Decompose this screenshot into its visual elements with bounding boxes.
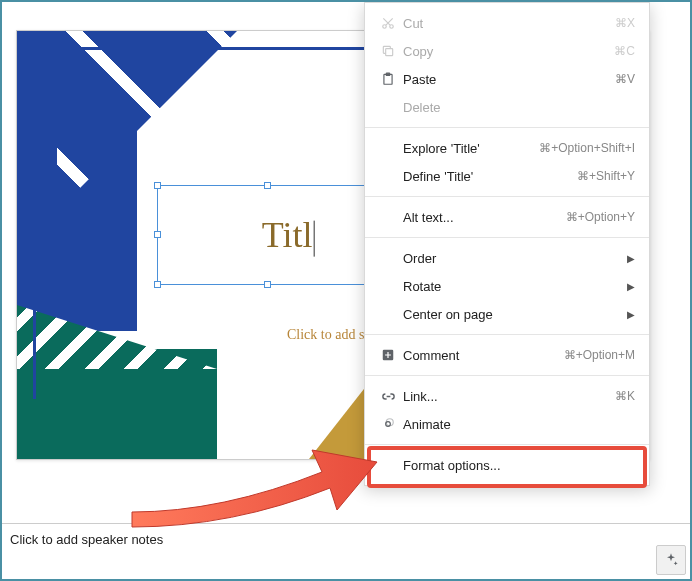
menu-label: Copy: [399, 44, 614, 59]
menu-cut: Cut ⌘X: [365, 9, 649, 37]
menu-shortcut: ⌘K: [615, 389, 635, 403]
resize-handle[interactable]: [264, 281, 271, 288]
menu-divider: [365, 196, 649, 197]
menu-divider: [365, 127, 649, 128]
menu-copy: Copy ⌘C: [365, 37, 649, 65]
explore-button[interactable]: [656, 545, 686, 575]
submenu-arrow-icon: ▶: [627, 281, 635, 292]
menu-shortcut: ⌘+Shift+Y: [577, 169, 635, 183]
subtitle-placeholder[interactable]: Click to add s: [287, 327, 364, 343]
resize-handle[interactable]: [264, 182, 271, 189]
menu-shortcut: ⌘C: [614, 44, 635, 58]
menu-label: Delete: [399, 100, 635, 115]
menu-label: Animate: [399, 417, 635, 432]
menu-divider: [365, 237, 649, 238]
menu-define[interactable]: Define 'Title' ⌘+Shift+Y: [365, 162, 649, 190]
menu-label: Comment: [399, 348, 564, 363]
svg-point-1: [390, 25, 394, 29]
menu-divider: [365, 444, 649, 445]
link-icon: [377, 389, 399, 404]
title-text[interactable]: Titl: [262, 214, 315, 257]
menu-center[interactable]: Center on page ▶: [365, 300, 649, 328]
svg-rect-4: [386, 73, 390, 75]
menu-divider: [365, 375, 649, 376]
menu-label: Order: [399, 251, 627, 266]
menu-label: Define 'Title': [399, 169, 577, 184]
menu-format-options[interactable]: Format options...: [365, 451, 649, 479]
menu-shortcut: ⌘+Option+M: [564, 348, 635, 362]
context-menu: Cut ⌘X Copy ⌘C Paste ⌘V Delete Explore '…: [364, 2, 650, 486]
menu-shortcut: ⌘X: [615, 16, 635, 30]
menu-shortcut: ⌘+Option+Y: [566, 210, 635, 224]
menu-label: Format options...: [399, 458, 635, 473]
copy-icon: [377, 44, 399, 58]
svg-point-0: [383, 25, 387, 29]
resize-handle[interactable]: [154, 182, 161, 189]
menu-explore[interactable]: Explore 'Title' ⌘+Option+Shift+I: [365, 134, 649, 162]
menu-label: Alt text...: [399, 210, 566, 225]
menu-paste[interactable]: Paste ⌘V: [365, 65, 649, 93]
menu-label: Explore 'Title': [399, 141, 539, 156]
menu-alttext[interactable]: Alt text... ⌘+Option+Y: [365, 203, 649, 231]
menu-link[interactable]: Link... ⌘K: [365, 382, 649, 410]
svg-rect-2: [386, 49, 393, 56]
title-text-box[interactable]: Titl: [157, 185, 379, 285]
comment-icon: [377, 348, 399, 362]
menu-label: Center on page: [399, 307, 627, 322]
submenu-arrow-icon: ▶: [627, 253, 635, 264]
menu-label: Link...: [399, 389, 615, 404]
menu-shortcut: ⌘V: [615, 72, 635, 86]
menu-comment[interactable]: Comment ⌘+Option+M: [365, 341, 649, 369]
resize-handle[interactable]: [154, 231, 161, 238]
menu-rotate[interactable]: Rotate ▶: [365, 272, 649, 300]
menu-label: Paste: [399, 72, 615, 87]
menu-order[interactable]: Order ▶: [365, 244, 649, 272]
menu-delete: Delete: [365, 93, 649, 121]
notes-placeholder: Click to add speaker notes: [10, 532, 163, 547]
menu-label: Cut: [399, 16, 615, 31]
annotation-arrow: [122, 422, 382, 532]
menu-divider: [365, 334, 649, 335]
submenu-arrow-icon: ▶: [627, 309, 635, 320]
cut-icon: [377, 16, 399, 30]
explore-icon: [663, 552, 679, 568]
menu-shortcut: ⌘+Option+Shift+I: [539, 141, 635, 155]
paste-icon: [377, 72, 399, 86]
menu-animate[interactable]: Animate: [365, 410, 649, 438]
resize-handle[interactable]: [154, 281, 161, 288]
menu-label: Rotate: [399, 279, 627, 294]
